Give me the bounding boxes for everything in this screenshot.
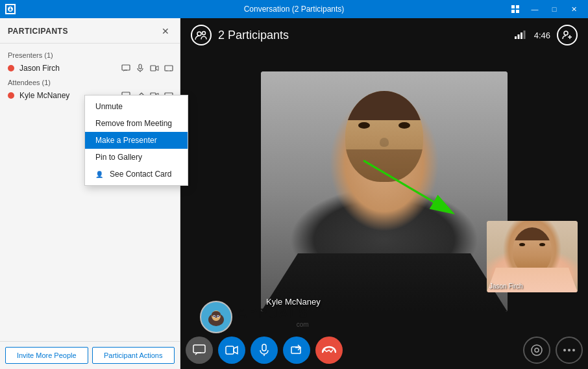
jason-name-tag: Jason Firch (489, 283, 523, 290)
participants-icon (191, 25, 212, 45)
svg-rect-5 (122, 65, 130, 70)
minimize-button[interactable]: — (526, 2, 544, 16)
more-options-button[interactable] (556, 337, 583, 364)
call-header-left: 2 Participants (191, 25, 289, 45)
app-icon (5, 4, 16, 14)
presenter-row-jason: Jason Firch (0, 60, 180, 76)
signal-icon (515, 30, 528, 41)
svg-rect-8 (151, 66, 156, 71)
presenter-name-jason: Jason Firch (19, 64, 120, 73)
svg-rect-9 (165, 66, 173, 71)
hangup-button[interactable] (315, 337, 343, 364)
svg-point-33 (535, 348, 539, 352)
ctx-unmute[interactable]: Unmute (85, 98, 180, 115)
panel-title: PARTICIPANTS (8, 27, 68, 36)
participant-actions-button[interactable]: Participant Actions (92, 347, 175, 364)
watermark: APPUALS com (200, 301, 309, 333)
chat-button[interactable] (186, 337, 213, 364)
call-time: 4:46 (534, 31, 550, 40)
svg-rect-3 (511, 10, 515, 13)
context-menu: Unmute Remove from Meeting Make a Presen… (84, 95, 180, 186)
svg-point-35 (568, 349, 570, 351)
appuals-logo-circle (200, 301, 232, 333)
svg-rect-28 (262, 344, 266, 351)
svg-rect-20 (523, 31, 525, 39)
svg-rect-19 (521, 32, 522, 39)
invite-more-button[interactable]: Invite More People (5, 347, 88, 364)
svg-rect-18 (517, 34, 519, 39)
ctx-contact-card[interactable]: 👤 See Contact Card (85, 166, 180, 183)
contact-card-icon: 👤 (95, 171, 103, 178)
svg-point-42 (214, 316, 215, 317)
appuals-text-group: APPUALS com (238, 306, 309, 328)
svg-rect-6 (139, 64, 141, 69)
svg-rect-2 (516, 5, 519, 8)
presenters-label: Presenters (1) (0, 49, 180, 60)
maximize-button[interactable]: □ (545, 2, 563, 16)
mic-icon (134, 63, 146, 73)
svg-point-15 (197, 32, 201, 36)
title-bar-left (5, 4, 16, 14)
appuals-name: APPUALS (238, 306, 309, 321)
main-video-kyle: Kyle McNaney (261, 71, 508, 312)
screen-icon (163, 63, 175, 73)
svg-point-21 (564, 31, 568, 35)
window-title: Conversation (2 Participants) (244, 5, 345, 14)
panel-close-button[interactable]: ✕ (159, 25, 172, 38)
attendees-label: Attendees (1) (0, 76, 180, 88)
svg-point-16 (202, 32, 206, 35)
call-header: 2 Participants 4:46 (180, 18, 588, 52)
panel-bottom-buttons: Invite More People Participant Actions (0, 341, 180, 369)
video-button[interactable] (218, 337, 245, 364)
main-layout: PARTICIPANTS ✕ Presenters (1) Jason Firc… (0, 18, 588, 369)
panel-header: PARTICIPANTS ✕ (0, 18, 180, 44)
presenter-icons (120, 63, 175, 73)
call-header-right: 4:46 (515, 25, 578, 45)
ctx-remove[interactable]: Remove from Meeting (85, 115, 180, 132)
presenter-dot (8, 65, 14, 71)
chat-icon (120, 63, 132, 73)
mic-button[interactable] (251, 337, 278, 364)
thumbnail-video-jason: Jason Firch (487, 221, 578, 292)
svg-point-43 (217, 316, 219, 317)
right-area: 2 Participants 4:46 (180, 18, 588, 369)
svg-rect-4 (516, 10, 519, 13)
attendee-dot (8, 92, 14, 99)
call-controls (180, 331, 588, 369)
svg-point-34 (563, 349, 566, 351)
tile-button[interactable] (506, 2, 524, 16)
ctx-make-presenter[interactable]: Make a Presenter (85, 132, 180, 149)
svg-rect-1 (511, 5, 515, 8)
svg-rect-26 (193, 345, 205, 353)
ctx-pin-gallery[interactable]: Pin to Gallery (85, 149, 180, 166)
devices-button[interactable] (523, 337, 550, 364)
svg-point-36 (572, 349, 575, 351)
close-button[interactable]: ✕ (565, 2, 583, 16)
participants-list: Presenters (1) Jason Firch (0, 44, 180, 341)
video-area: Kyle McNaney Jaso (180, 52, 588, 331)
video-icon (149, 63, 160, 73)
participants-panel: PARTICIPANTS ✕ Presenters (1) Jason Firc… (0, 18, 180, 369)
share-button[interactable] (283, 337, 310, 364)
appuals-sub: com (238, 321, 309, 328)
title-bar: Conversation (2 Participants) — □ ✕ (0, 0, 588, 18)
add-participant-button[interactable] (557, 25, 578, 45)
participants-count: 2 Participants (218, 29, 289, 42)
svg-rect-17 (515, 36, 517, 39)
window-controls: — □ ✕ (506, 2, 583, 16)
svg-rect-27 (226, 346, 234, 354)
svg-point-32 (532, 345, 542, 355)
